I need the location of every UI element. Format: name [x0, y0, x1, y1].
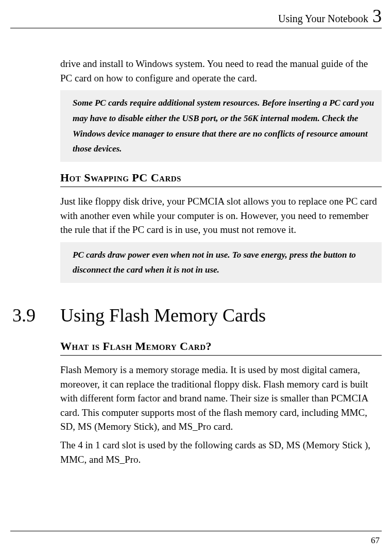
note-box-1: Some PC cards require additional system …: [60, 90, 382, 162]
section-heading-row: 3.9 Using Flash Memory Cards: [60, 305, 382, 326]
header-chapter-number: 3: [372, 6, 382, 26]
page-number: 67: [371, 535, 380, 546]
footer-rule: [10, 531, 382, 531]
note-box-2: PC cards draw power even when not in use…: [60, 242, 382, 283]
section-title: Using Flash Memory Cards: [60, 305, 266, 326]
intro-paragraph: drive and install to Windows system. You…: [60, 57, 382, 85]
note-1-text: Some PC cards require additional system …: [73, 95, 376, 157]
subheading-hot-swapping: Hot Swapping PC Cards: [60, 171, 382, 187]
paragraph-hot-swapping: Just like floppy disk drive, your PCMCIA…: [60, 194, 382, 237]
note-2-text: PC cards draw power even when not in use…: [73, 247, 376, 278]
paragraph-flash-1: Flash Memory is a memory storage media. …: [60, 363, 382, 434]
section-number: 3.9: [0, 305, 60, 326]
paragraph-flash-2: The 4 in 1 card slot is used by the foll…: [60, 438, 382, 466]
page-header: Using Your Notebook 3: [10, 5, 382, 28]
subheading-what-is-flash: What is Flash Memory Card?: [60, 340, 382, 356]
header-title: Using Your Notebook: [278, 13, 368, 24]
page-content: drive and install to Windows system. You…: [60, 57, 382, 470]
